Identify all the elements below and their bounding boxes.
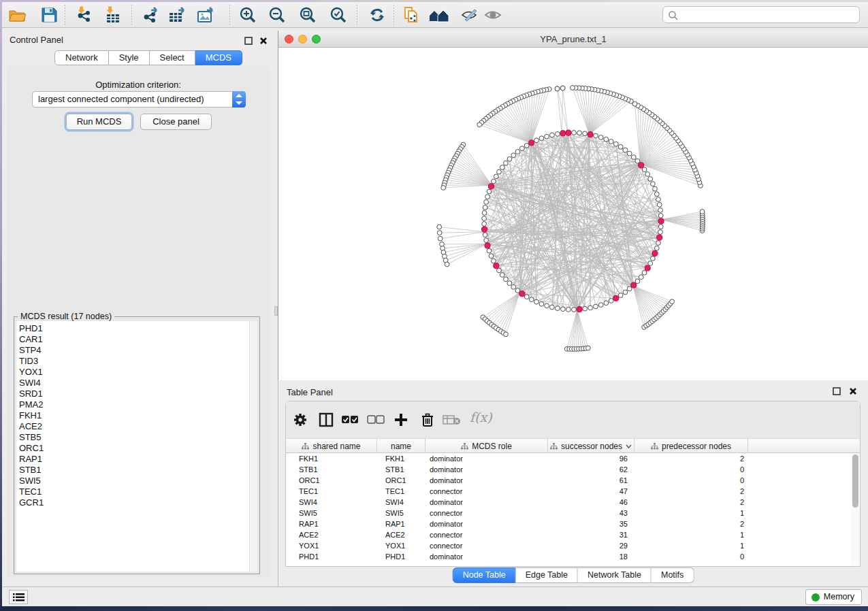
tab-network-table[interactable]: Network Table	[578, 567, 652, 583]
cell: RAP1	[377, 518, 425, 529]
mcds-result-item[interactable]: SWI5	[16, 476, 257, 486]
zoom-fit-icon[interactable]	[298, 6, 317, 24]
function-builder-icon[interactable]: f(x)	[470, 410, 492, 425]
task-history-button[interactable]	[9, 590, 28, 604]
cell: 96	[548, 453, 634, 464]
mcds-result-item[interactable]: STB5	[16, 432, 257, 443]
tab-edge-table[interactable]: Edge Table	[516, 567, 578, 583]
memory-button[interactable]: Memory	[805, 589, 862, 605]
delete-column-icon[interactable]	[419, 412, 436, 431]
deselect-all-icon[interactable]	[367, 415, 385, 427]
application-window: Control Panel NetworkStyleSelectMCDS Opt…	[2, 2, 868, 606]
column-header-shared-name[interactable]: shared name	[286, 439, 377, 453]
select-all-icon[interactable]	[341, 415, 359, 427]
show-eye-icon[interactable]	[483, 6, 502, 24]
add-column-icon[interactable]	[393, 412, 409, 431]
cell: SWI4	[377, 497, 425, 508]
cell: connector	[425, 508, 548, 518]
search-input[interactable]	[662, 6, 860, 23]
mcds-result-item[interactable]: GCR1	[16, 497, 257, 508]
mcds-result-item[interactable]: PHD1	[16, 323, 257, 334]
close-panel-button[interactable]: Close panel	[140, 114, 212, 130]
mcds-result-item[interactable]: CAR1	[16, 334, 257, 345]
export-network-icon[interactable]	[142, 6, 161, 24]
table-row[interactable]: SWI4SWI4dominator462	[286, 497, 851, 508]
criterion-select[interactable]: largest connected component (undirected)	[32, 91, 246, 108]
hide-edges-icon[interactable]	[460, 6, 479, 24]
mcds-result-item[interactable]: SWI4	[16, 378, 257, 389]
table-row[interactable]: TEC1TEC1connector472	[286, 486, 851, 497]
mcds-result-list[interactable]: PHD1CAR1STP4TID3YOX1SWI4SRD1PMA2FKH1ACE2…	[16, 321, 257, 572]
cell: connector	[425, 486, 548, 497]
cell: STB1	[377, 464, 425, 475]
float-panel-icon[interactable]	[833, 386, 841, 398]
export-table-icon[interactable]	[167, 6, 187, 24]
mcds-result-item[interactable]: RAP1	[16, 454, 257, 465]
table-row[interactable]: STB1STB1dominator620	[286, 464, 851, 475]
import-table-icon[interactable]	[103, 6, 123, 24]
table-row[interactable]: PHD1PHD1dominator180	[286, 551, 851, 562]
import-network-icon[interactable]	[75, 6, 94, 24]
copy-network-icon[interactable]	[402, 6, 421, 24]
table-settings-icon[interactable]	[292, 412, 308, 431]
tab-network[interactable]: Network	[54, 50, 109, 65]
criterion-value: largest connected component (undirected)	[38, 94, 204, 104]
mcds-result-item[interactable]: TEC1	[16, 486, 257, 497]
mcds-result-item[interactable]: SRD1	[16, 389, 257, 399]
optimization-criterion-label: Optimization criterion:	[7, 80, 270, 90]
mcds-result-item[interactable]: STP4	[16, 345, 257, 356]
cell: 1	[634, 540, 748, 551]
table-row[interactable]: YOX1YOX1connector291	[286, 540, 851, 551]
zoom-in-icon[interactable]	[238, 6, 257, 24]
select-spinner-icon	[232, 91, 246, 108]
column-visibility-icon[interactable]	[318, 412, 334, 431]
mcds-result-item[interactable]: PMA2	[16, 399, 257, 410]
zoom-selected-icon[interactable]	[329, 6, 348, 24]
close-panel-icon[interactable]	[849, 386, 857, 398]
refresh-icon[interactable]	[368, 6, 387, 24]
table-row[interactable]: RAP1RAP1dominator352	[286, 518, 851, 529]
run-mcds-button[interactable]: Run MCDS	[66, 114, 132, 130]
tab-mcds[interactable]: MCDS	[195, 50, 242, 65]
table-row[interactable]: ACE2ACE2connector311	[286, 529, 851, 540]
float-panel-icon[interactable]	[244, 35, 253, 48]
mcds-result-item[interactable]: ACE2	[16, 421, 257, 432]
column-header-MCDS-role[interactable]: MCDS role	[425, 439, 548, 453]
home-icon[interactable]	[428, 6, 447, 24]
table-row[interactable]: SWI5SWI5connector431	[286, 508, 851, 518]
result-scrollbar[interactable]	[249, 321, 257, 572]
tab-node-table[interactable]: Node Table	[453, 567, 516, 583]
scrollbar-thumb[interactable]	[852, 455, 858, 508]
tab-style[interactable]: Style	[109, 50, 150, 65]
open-file-icon[interactable]	[7, 6, 27, 24]
table-row[interactable]: FKH1FKH1dominator962	[286, 453, 851, 464]
toolbar-separator	[393, 5, 394, 25]
zoom-out-icon[interactable]	[268, 6, 287, 24]
cell: 2	[634, 518, 748, 529]
network-window-titlebar[interactable]: YPA_prune.txt_1	[278, 31, 868, 48]
delete-table-icon[interactable]	[443, 414, 462, 428]
cell: 18	[548, 551, 634, 562]
export-image-icon[interactable]	[196, 6, 215, 24]
close-panel-icon[interactable]	[259, 35, 268, 48]
network-canvas[interactable]	[278, 48, 868, 380]
column-header-predecessor-nodes[interactable]: predecessor nodes	[634, 439, 748, 453]
column-header-successor-nodes[interactable]: successor nodes	[548, 439, 634, 453]
table-row[interactable]: ORC1ORC1dominator610	[286, 475, 851, 486]
cell: SWI5	[286, 508, 377, 518]
mcds-result-legend: MCDS result (17 nodes)	[18, 312, 114, 321]
toolbar-separator	[357, 5, 357, 25]
mcds-result-item[interactable]: FKH1	[16, 410, 257, 421]
table-panel-tabs: Node TableEdge TableNetwork TableMotifs	[453, 567, 694, 583]
mcds-result-item[interactable]: ORC1	[16, 443, 257, 454]
table-scrollbar[interactable]	[851, 453, 859, 565]
mcds-result-item[interactable]: TID3	[16, 356, 257, 367]
tab-select[interactable]: Select	[150, 50, 195, 65]
save-icon[interactable]	[39, 6, 59, 24]
column-header-name[interactable]: name	[377, 439, 425, 453]
cell: 0	[634, 464, 748, 475]
tab-motifs[interactable]: Motifs	[652, 567, 694, 583]
toolbar-separator	[65, 5, 65, 25]
mcds-result-item[interactable]: YOX1	[16, 367, 257, 378]
mcds-result-item[interactable]: STB1	[16, 465, 257, 476]
